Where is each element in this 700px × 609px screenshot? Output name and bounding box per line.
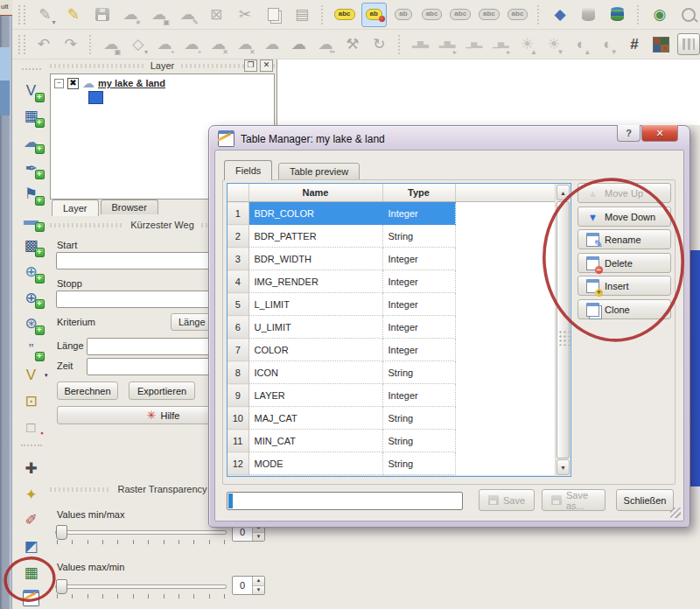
table-row[interactable]: 9LAYERInteger	[228, 384, 555, 407]
field-type-cell[interactable]: Integer	[382, 339, 455, 361]
label-hold-icon[interactable]: ab	[392, 4, 416, 26]
copy-features-icon[interactable]	[262, 4, 285, 26]
dialog-help-button[interactable]: ?	[617, 125, 640, 142]
layer-stack-icon[interactable]	[577, 4, 600, 26]
field-type-cell[interactable]: String	[382, 361, 455, 384]
table-row[interactable]: 4IMG_RENDERInteger	[228, 270, 555, 293]
table-row[interactable]: 6U_LIMITInteger	[228, 316, 555, 339]
print-composer-icon[interactable]: ⊡	[20, 390, 43, 412]
delete-selected-icon[interactable]: ⊠	[205, 4, 228, 26]
add-wcs-layer-icon[interactable]: ⊕+	[20, 261, 43, 283]
field-type-cell[interactable]: String	[382, 452, 455, 475]
raster-pixels-icon[interactable]	[650, 33, 672, 56]
remove-layer-icon[interactable]: □▪	[20, 416, 43, 438]
berechnen-button[interactable]: Berechnen	[57, 382, 118, 400]
schliessen-button[interactable]: Schließen	[616, 489, 674, 511]
decrease-contrast-icon[interactable]: ◐▼	[597, 33, 619, 56]
panel-close-button[interactable]: ✕	[260, 60, 273, 72]
row-number-cell[interactable]: 4	[228, 270, 248, 293]
label-pin-icon[interactable]: ab	[361, 3, 387, 27]
merge-features-icon[interactable]: ☁	[288, 33, 310, 56]
label-properties-icon[interactable]: abc	[506, 4, 529, 26]
row-number-cell[interactable]: 11	[228, 430, 248, 452]
label-move-icon[interactable]: abc	[449, 4, 472, 26]
metasearch-icon[interactable]	[676, 4, 700, 26]
offset-curve-icon[interactable]: ◇▾	[127, 33, 149, 56]
toolbar-handle[interactable]	[18, 35, 25, 54]
add-wms-layer-icon[interactable]: ⚑+	[20, 183, 43, 205]
tree-expander-icon[interactable]: −	[54, 79, 64, 88]
rotate-symbols-icon[interactable]: ⚒	[342, 33, 364, 56]
check-geometry-icon[interactable]: ✐	[20, 510, 43, 532]
edit-pencil-icon[interactable]: ✎	[62, 4, 86, 26]
row-number-cell[interactable]: 8	[228, 361, 248, 384]
table-row[interactable]: 1BDR_COLORInteger	[228, 202, 555, 225]
panel-float-button[interactable]: ❐	[244, 60, 257, 72]
row-number-cell[interactable]: 5	[228, 293, 248, 316]
row-number-cell[interactable]: 12	[228, 452, 248, 475]
local-cumulative-stretch-icon[interactable]: ▁▅▂	[463, 33, 485, 56]
delete-ring-icon[interactable]: ☁✕	[207, 33, 229, 56]
increase-contrast-icon[interactable]: ◐▲	[570, 33, 592, 56]
spin-down-icon[interactable]: ▼	[253, 586, 264, 595]
undo-icon[interactable]: ↶	[33, 33, 55, 56]
reshape-features-icon[interactable]: ☁	[262, 33, 284, 56]
min-max-slider[interactable]	[55, 525, 227, 538]
add-delimited-text-icon[interactable]: ”+	[20, 339, 43, 360]
add-part-icon[interactable]: ☁+	[181, 33, 203, 56]
field-name-cell[interactable]: U_LIMIT	[248, 316, 382, 339]
field-type-cell[interactable]: Integer	[382, 248, 455, 270]
save-button[interactable]: Save	[479, 489, 535, 511]
add-vector-layer-icon[interactable]: V+	[20, 80, 43, 102]
add-raster-layer-icon[interactable]: ▦+	[20, 106, 43, 128]
clone-button[interactable]: Clone	[578, 299, 671, 319]
delete-button[interactable]: Delete	[578, 253, 671, 273]
dialog-close-button[interactable]: ✕	[641, 125, 678, 142]
field-type-cell[interactable]: Integer	[382, 202, 455, 225]
table-row[interactable]: 8ICONString	[228, 361, 555, 384]
slider-handle[interactable]	[56, 579, 67, 594]
tab-browser[interactable]: Browser	[101, 200, 158, 214]
row-number-cell[interactable]: 1	[228, 202, 248, 225]
field-type-cell[interactable]: String	[382, 225, 455, 248]
row-number-cell[interactable]: 10	[228, 407, 248, 430]
move-feature-icon[interactable]: ☁▣	[148, 4, 172, 26]
snap-node-icon[interactable]: ✦	[20, 484, 43, 506]
tab-fields[interactable]: Fields	[224, 160, 272, 180]
field-name-cell[interactable]: BDR_PATTER	[248, 225, 382, 248]
tab-table-preview[interactable]: Table preview	[278, 163, 360, 180]
type-column-header[interactable]: Type	[382, 184, 455, 202]
field-name-cell[interactable]: BDR_COLOR	[248, 202, 382, 225]
field-name-cell[interactable]: LAYER	[248, 384, 382, 407]
rotate-feature-icon[interactable]: ↻	[368, 33, 390, 56]
row-number-cell[interactable]: 2	[228, 225, 248, 248]
table-row[interactable]: 3BDR_WIDTHInteger	[228, 248, 555, 270]
full-histogram-stretch-icon[interactable]: ▂▆▃▸	[436, 33, 458, 56]
table-manager-icon[interactable]	[20, 587, 43, 609]
field-name-cell[interactable]: IMG_RENDER	[248, 270, 382, 293]
node-tool-icon[interactable]: ☁✎	[176, 4, 200, 26]
table-row[interactable]: 11MIN_CATString	[228, 430, 555, 452]
field-name-cell[interactable]: MODE	[248, 452, 382, 475]
grid-icon[interactable]: #	[624, 33, 646, 56]
field-name-cell[interactable]: MIN_CAT	[248, 430, 382, 452]
max-min-slider[interactable]	[55, 579, 227, 592]
grass-tools-icon[interactable]: ◉	[648, 4, 672, 26]
add-wfs-layer-icon[interactable]: ▬+	[20, 209, 43, 231]
layer-symbol-swatch[interactable]	[88, 91, 103, 104]
label-show-hide-icon[interactable]: abc	[420, 4, 444, 26]
scroll-up-icon[interactable]: ▲	[556, 185, 570, 200]
add-spatialite-layer-icon[interactable]: ✒+	[20, 158, 43, 179]
spin-up-icon[interactable]: ▲	[253, 577, 264, 586]
add-ows-layer-icon[interactable]: ⊕+	[20, 287, 43, 309]
field-type-cell[interactable]: Integer	[382, 293, 455, 316]
exportieren-button[interactable]: Exportieren	[129, 382, 195, 400]
table-row[interactable]: 2BDR_PATTERString	[228, 225, 555, 248]
rename-button[interactable]: Rename	[578, 229, 671, 249]
row-number-cell[interactable]: 6	[228, 316, 248, 339]
name-column-header[interactable]: Name	[248, 184, 382, 202]
spin-down-icon[interactable]: ▼	[253, 533, 264, 542]
row-number-cell[interactable]: 3	[228, 248, 248, 270]
raster-calculator-icon[interactable]: ▦	[20, 562, 43, 584]
map-canvas[interactable]	[276, 60, 700, 125]
